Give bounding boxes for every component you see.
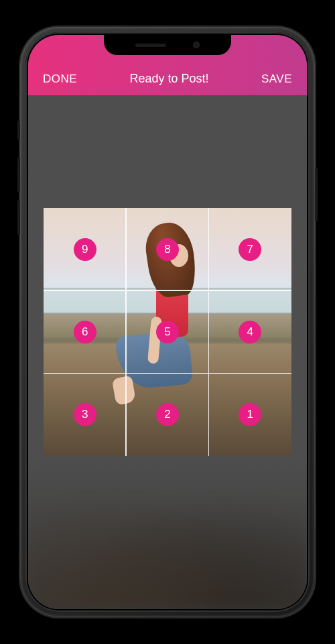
number-badge: 1 <box>239 403 261 426</box>
grid-cell-2[interactable]: 2 <box>126 374 208 456</box>
done-button[interactable]: DONE <box>43 72 77 86</box>
front-camera-icon <box>193 42 200 48</box>
screen: DONE Ready to Post! SAVE <box>28 35 307 609</box>
background-blur <box>28 475 307 609</box>
volume-up-button <box>17 158 20 193</box>
content-area: 9 8 7 6 5 <box>28 95 307 609</box>
grid-cells: 9 8 7 6 5 <box>44 208 291 456</box>
photo-grid: 9 8 7 6 5 <box>44 208 291 456</box>
phone-bezel: DONE Ready to Post! SAVE <box>25 32 310 612</box>
grid-cell-4[interactable]: 4 <box>209 290 291 373</box>
save-button[interactable]: SAVE <box>261 72 292 86</box>
volume-down-button <box>17 200 20 235</box>
number-badge: 6 <box>74 321 96 343</box>
number-badge: 8 <box>156 238 179 261</box>
grid-cell-9[interactable]: 9 <box>44 208 126 290</box>
grid-cell-7[interactable]: 7 <box>209 208 291 290</box>
number-badge: 5 <box>156 321 179 343</box>
number-badge: 4 <box>239 321 261 343</box>
grid-cell-5[interactable]: 5 <box>126 290 208 373</box>
number-badge: 3 <box>74 403 96 426</box>
notch <box>104 35 231 55</box>
speaker-icon <box>135 44 166 47</box>
grid-cell-3[interactable]: 3 <box>44 374 126 456</box>
number-badge: 7 <box>239 238 261 261</box>
grid-cell-6[interactable]: 6 <box>44 290 126 373</box>
mute-switch <box>17 121 20 140</box>
grid-cell-1[interactable]: 1 <box>209 374 291 456</box>
grid-cell-8[interactable]: 8 <box>126 208 208 290</box>
power-button <box>315 168 318 221</box>
number-badge: 2 <box>156 403 179 426</box>
page-title: Ready to Post! <box>129 72 208 86</box>
phone-frame: DONE Ready to Post! SAVE <box>20 27 315 617</box>
number-badge: 9 <box>74 238 96 261</box>
